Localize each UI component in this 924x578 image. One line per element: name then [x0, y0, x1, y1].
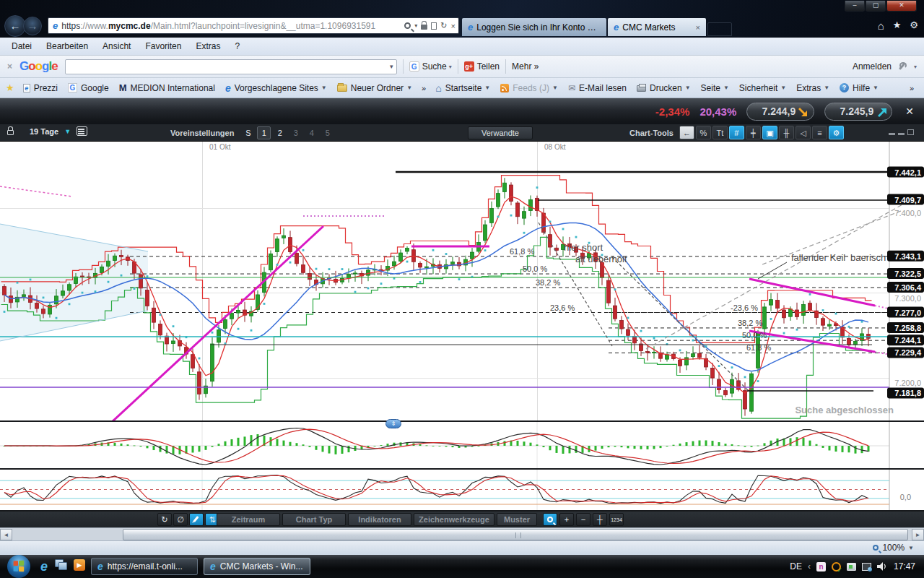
command-feedsj[interactable]: Feeds (J)▼ — [495, 83, 563, 93]
close-button[interactable]: ✕ — [886, 1, 917, 12]
url-text[interactable]: https://www.mycmc.de/Main.html?launchpoi… — [61, 21, 404, 31]
zoom-level[interactable]: 100% — [882, 543, 905, 553]
overflow-chevron[interactable]: » — [417, 84, 430, 92]
new-tab-button[interactable] — [707, 22, 732, 36]
preset-button-3[interactable]: 3 — [289, 126, 302, 139]
related-button[interactable]: Verwandte — [468, 126, 533, 139]
clock[interactable]: 17:47 — [894, 561, 915, 571]
command-sicherheit[interactable]: Sicherheit▼ — [734, 83, 791, 93]
scrollbar-thumb[interactable] — [123, 529, 908, 540]
taskbar-task[interactable]: ehttps://email.t-onli... — [91, 558, 198, 575]
taskbar-task[interactable]: eCMC Markets - Win... — [204, 558, 310, 575]
command-seite[interactable]: Seite▼ — [696, 83, 734, 93]
command-hilfe[interactable]: ?Hilfe▼ — [834, 83, 884, 93]
search-icon[interactable] — [404, 22, 411, 29]
media-player-icon[interactable]: ▶ — [74, 559, 85, 571]
browser-tab[interactable]: eCMC Markets× — [608, 18, 706, 36]
compatibility-view-icon[interactable] — [431, 22, 437, 30]
add-favorite-icon[interactable]: ★ — [6, 82, 14, 93]
bottom-button-charttyp[interactable]: Chart Typ — [282, 513, 346, 526]
bottom-button-zeichenwerkzeuge[interactable]: Zeichenwerkzeuge — [414, 513, 494, 526]
sell-button[interactable]: 7.244,9 — [746, 103, 814, 121]
preset-button-S[interactable]: S — [241, 126, 255, 139]
network-icon[interactable] — [862, 563, 871, 571]
lock-icon[interactable] — [7, 130, 14, 135]
stochastic-canvas[interactable]: 0,0 — [0, 470, 924, 510]
scroll-left-arrow[interactable]: ◄ — [0, 529, 12, 540]
preset-button-5[interactable]: 5 — [321, 126, 334, 139]
menu-favoriten[interactable]: Favoriten — [138, 39, 188, 53]
minimize-button[interactable]: – — [845, 1, 865, 12]
battery-icon[interactable] — [847, 563, 856, 571]
browser-zoom-control[interactable]: 100% ▼ — [873, 543, 914, 553]
command-startseite[interactable]: ⌂Startseite▼ — [430, 82, 495, 94]
tray-expand-chevron[interactable]: ‹ — [808, 561, 811, 571]
favorite-google[interactable]: GGoogle — [63, 83, 114, 93]
window-switcher-icon[interactable] — [55, 559, 66, 569]
wrench-icon[interactable] — [897, 62, 906, 71]
signin-link[interactable]: Anmelden — [853, 61, 892, 72]
refresh-icon[interactable]: ↻ — [440, 21, 447, 30]
address-bar[interactable]: e https://www.mycmc.de/Main.html?launchp… — [48, 17, 459, 34]
chevron-down-icon[interactable]: ▾ — [449, 64, 452, 70]
menu-datei[interactable]: Datei — [4, 39, 39, 53]
forward-button[interactable]: → — [23, 17, 42, 35]
zoom-in-button[interactable]: + — [559, 513, 574, 526]
bottom-button-muster[interactable]: Muster — [497, 513, 537, 526]
home-icon[interactable]: ⌂ — [878, 20, 884, 32]
keyboard-language[interactable]: DE — [790, 561, 802, 571]
bottom-button-indikatoren[interactable]: Indikatoren — [348, 513, 411, 526]
chevron-down-icon[interactable]: ▼ — [908, 545, 914, 551]
menu-ansicht[interactable]: Ansicht — [95, 39, 138, 53]
chevron-down-icon[interactable]: ▾ — [914, 64, 917, 70]
percent-icon[interactable]: % — [696, 126, 711, 139]
more-button[interactable]: Mehr » — [512, 61, 539, 72]
draw-pencil-icon[interactable] — [189, 513, 204, 526]
layers-icon[interactable]: ≡ — [812, 126, 827, 139]
candlestick-icon[interactable]: ┿ — [746, 126, 761, 139]
chevron-down-icon[interactable]: ▼ — [64, 128, 71, 135]
menu-bearbeiten[interactable]: Bearbeiten — [39, 39, 95, 53]
command-drucken[interactable]: Drucken▼ — [632, 83, 696, 93]
preset-button-1[interactable]: 1 — [257, 126, 271, 139]
browser-tab[interactable]: eLoggen Sie sich in Ihr Konto ei... — [462, 18, 606, 36]
overflow-chevron[interactable]: » — [905, 84, 918, 92]
chevron-down-icon[interactable]: ▾ — [390, 63, 393, 70]
preset-button-2[interactable]: 2 — [273, 126, 287, 139]
tray-app-icon[interactable]: n — [816, 562, 826, 571]
period-select[interactable]: 19 Tage — [19, 127, 58, 136]
command-extras[interactable]: Extras▼ — [791, 83, 834, 93]
zoom-search-icon[interactable] — [543, 513, 557, 526]
crosshair-icon[interactable]: ┼ — [593, 513, 607, 526]
text-icon[interactable]: Tt — [712, 126, 728, 139]
disable-icon[interactable]: ∅ — [173, 513, 188, 526]
gear-icon[interactable]: ⚙ — [910, 20, 918, 32]
tab-close-icon[interactable]: × — [692, 23, 700, 32]
favorite-ie-page[interactable]: ePrezzi — [18, 83, 63, 93]
close-ticket-icon[interactable]: ✕ — [902, 105, 917, 117]
module-window-controls[interactable] — [889, 129, 914, 135]
macd-canvas[interactable] — [0, 422, 924, 468]
horizontal-scrollbar[interactable]: ◄ ► — [0, 527, 924, 540]
favorite-folder[interactable]: Neuer Ordner▼ — [332, 83, 417, 93]
menu-?[interactable]: ? — [227, 39, 247, 53]
google-search-button[interactable]: Suche — [422, 61, 447, 72]
favorites-star-icon[interactable]: ★ — [893, 20, 902, 32]
compare-icon[interactable]: ╫ — [779, 126, 794, 139]
bottom-button-zeitraum[interactable]: Zeitraum — [217, 513, 280, 526]
stop-icon[interactable]: × — [451, 22, 456, 30]
tray-update-icon[interactable] — [832, 562, 841, 571]
back-icon[interactable]: ← — [679, 126, 694, 139]
scroll-right-arrow[interactable]: ► — [912, 529, 924, 540]
menu-extras[interactable]: Extras — [188, 39, 227, 53]
maximize-button[interactable]: ▢ — [866, 1, 886, 12]
start-button[interactable] — [7, 555, 30, 578]
ie-quicklaunch-icon[interactable]: e — [40, 559, 48, 574]
toolbar-close-icon[interactable]: × — [7, 61, 12, 72]
values-icon[interactable]: 1234 — [609, 513, 624, 526]
chart-window-icon[interactable]: ▣ — [762, 126, 777, 139]
calendar-icon[interactable] — [77, 126, 87, 136]
search-dropdown-icon[interactable]: ▾ — [414, 22, 417, 29]
price-chart-canvas[interactable]: 01 Okt08 Okt61,8 %50,0 %38,2 %23,6 %-23,… — [0, 142, 924, 420]
volume-icon[interactable] — [877, 562, 888, 571]
